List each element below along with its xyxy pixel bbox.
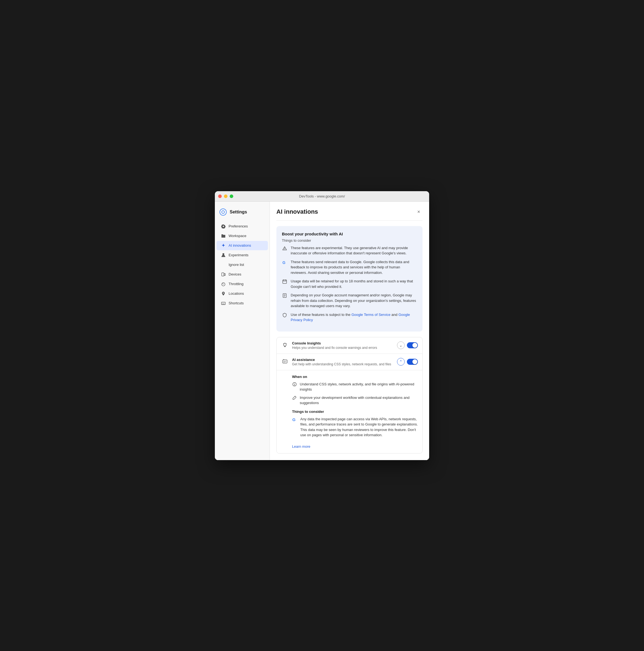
- sidebar-item-label-preferences: Preferences: [228, 224, 248, 228]
- when-on-item-improve: Improve your development workflow with c…: [292, 395, 418, 406]
- sidebar-item-label-ai-innovations: AI innovations: [228, 243, 251, 247]
- info-item-retention: Usage data will be retained for up to 18…: [282, 279, 417, 289]
- sidebar-item-workspace[interactable]: Workspace: [216, 231, 268, 241]
- ai-assistance-expanded-content: When on Understand CSS styles, network a…: [277, 370, 422, 453]
- google-data-text: Any data the inspected page can access v…: [300, 416, 418, 438]
- sidebar-item-label-shortcuts: Shortcuts: [228, 301, 244, 305]
- sidebar-item-preferences[interactable]: Preferences: [216, 222, 268, 231]
- things-consider-title: Things to consider: [292, 409, 418, 414]
- when-on-item-understand: Understand CSS styles, network activity,…: [292, 381, 418, 392]
- keyboard-icon: [221, 301, 226, 306]
- sidebar: Settings Preferences: [215, 202, 270, 460]
- google-data-item: G Any data the inspected page can access…: [292, 416, 418, 438]
- svg-text:G: G: [282, 260, 285, 265]
- when-on-item-text-improve: Improve your development workflow with c…: [300, 395, 418, 406]
- page-title: AI innovations: [276, 208, 318, 215]
- beaker-icon: [221, 253, 226, 258]
- svg-line-20: [286, 343, 286, 344]
- maximize-window-button[interactable]: [230, 194, 233, 198]
- sidebar-item-shortcuts[interactable]: Shortcuts: [216, 299, 268, 308]
- info-box: Boost your productivity with AI Things t…: [276, 226, 423, 332]
- svg-point-1: [222, 211, 224, 213]
- list-icon: [221, 262, 226, 267]
- feature-controls-ai-assistance: ⌃: [397, 358, 418, 366]
- sidebar-item-ignore-list[interactable]: Ignore list: [216, 260, 268, 270]
- svg-point-0: [220, 209, 226, 215]
- when-on-title: When on: [292, 375, 418, 379]
- feature-desc-console-insights: Helps you understand and fix console war…: [292, 346, 397, 350]
- sidebar-item-locations[interactable]: Locations: [216, 289, 268, 298]
- console-insights-expand-button[interactable]: ⌄: [397, 341, 405, 349]
- learn-more-link[interactable]: Learn more: [292, 444, 310, 448]
- info-box-subtitle: Things to consider: [282, 239, 417, 243]
- sidebar-nav: Preferences Workspace: [215, 222, 270, 308]
- calendar-icon: [282, 279, 287, 284]
- privacy-policy-link[interactable]: Google Privacy Policy: [291, 313, 410, 322]
- feature-name-ai-assistance: AI assistance: [292, 358, 397, 362]
- feature-info-ai-assistance: AI assistance Get help with understandin…: [292, 358, 397, 366]
- gear-icon: [221, 224, 226, 229]
- sidebar-header: Settings: [215, 206, 270, 221]
- svg-rect-2: [222, 273, 224, 276]
- svg-point-18: [285, 347, 285, 348]
- tos-link[interactable]: Google Terms of Service: [351, 313, 391, 317]
- device-icon: [221, 272, 226, 277]
- shield-icon: [282, 312, 287, 318]
- svg-rect-9: [283, 280, 286, 283]
- sidebar-item-label-locations: Locations: [228, 291, 244, 296]
- sidebar-item-label-workspace: Workspace: [228, 234, 246, 238]
- sidebar-item-label-throttling: Throttling: [228, 282, 243, 286]
- feature-name-console-insights: Console Insights: [292, 341, 397, 345]
- svg-text:G: G: [292, 417, 296, 422]
- sidebar-item-devices[interactable]: Devices: [216, 270, 268, 279]
- sparkle-icon: [221, 243, 226, 248]
- when-on-item-text-understand: Understand CSS styles, network activity,…: [300, 381, 418, 392]
- info-circle-icon: [292, 382, 297, 387]
- feature-info-console-insights: Console Insights Helps you understand an…: [292, 341, 397, 350]
- svg-point-27: [294, 383, 295, 383]
- close-panel-button[interactable]: ×: [415, 208, 423, 216]
- info-item-text-experimental: These features are experimental. They us…: [291, 245, 417, 256]
- feature-desc-ai-assistance: Get help with understanding CSS styles, …: [292, 362, 397, 366]
- sidebar-item-ai-innovations[interactable]: AI innovations: [216, 241, 268, 250]
- console-insights-toggle[interactable]: [407, 342, 418, 348]
- info-item-account: Depending on your Google account managem…: [282, 292, 417, 309]
- svg-rect-3: [224, 274, 225, 276]
- info-item-experimental: These features are experimental. They us…: [282, 245, 417, 256]
- folder-icon: [221, 234, 226, 239]
- info-item-text-tos: Use of these features is subject to the …: [291, 312, 417, 323]
- app-window: DevTools - www.google.com/ Settings: [215, 191, 429, 460]
- info-item-text-account: Depending on your Google account managem…: [291, 292, 417, 309]
- feature-row-console-insights: Console Insights Helps you understand an…: [277, 337, 422, 354]
- sidebar-item-label-ignore-list: Ignore list: [228, 262, 244, 267]
- main-header: AI innovations ×: [276, 208, 423, 221]
- info-box-title: Boost your productivity with AI: [282, 231, 417, 236]
- sidebar-item-label-experiments: Experiments: [228, 253, 248, 257]
- feature-row-ai-assistance: AI assistance Get help with understandin…: [277, 354, 422, 370]
- google-g-icon: G: [292, 417, 298, 422]
- minimize-window-button[interactable]: [224, 194, 227, 198]
- close-window-button[interactable]: [218, 194, 222, 198]
- main-content: AI innovations × Boost your productivity…: [270, 202, 429, 460]
- svg-rect-22: [283, 360, 287, 363]
- gauge-icon: [221, 282, 226, 286]
- features-box: Console Insights Helps you understand an…: [276, 337, 423, 454]
- ai-assistance-expand-button[interactable]: ⌃: [397, 358, 405, 366]
- settings-icon: [219, 208, 227, 216]
- warning-icon: [282, 246, 287, 251]
- window-controls: [218, 194, 233, 198]
- titlebar: DevTools - www.google.com/: [215, 191, 429, 202]
- bulb-icon: [281, 341, 289, 349]
- info-item-google-data: G These features send relevant data to G…: [282, 259, 417, 276]
- sidebar-title: Settings: [230, 210, 247, 215]
- window-body: Settings Preferences: [215, 202, 429, 460]
- sidebar-item-experiments[interactable]: Experiments: [216, 250, 268, 260]
- pencil-icon: [292, 395, 297, 400]
- ai-assistance-toggle[interactable]: [407, 359, 418, 365]
- pin-icon: [221, 291, 226, 296]
- svg-point-7: [284, 249, 285, 250]
- sidebar-item-throttling[interactable]: Throttling: [216, 279, 268, 289]
- info-item-tos: Use of these features is subject to the …: [282, 312, 417, 323]
- info-item-text-retention: Usage data will be retained for up to 18…: [291, 279, 417, 289]
- svg-line-21: [283, 343, 284, 344]
